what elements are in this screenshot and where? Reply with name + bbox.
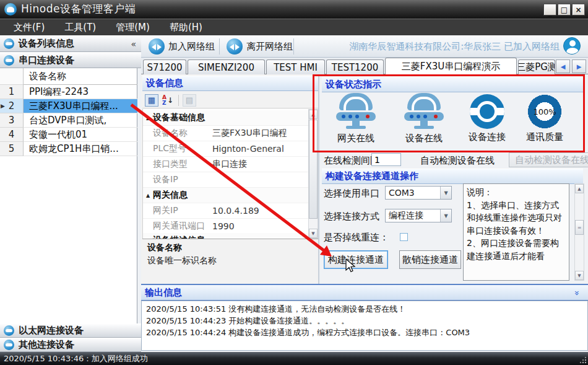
device-connect-icon [470,94,504,129]
channel-operation-header: 构建设备连接通道操作 [322,169,583,184]
property-grid-scrollbar[interactable]: ▲ ▼ [308,109,318,239]
auto-detect-button: 自动检测设备在线 [509,152,588,167]
instruction-note: 说明： 1、选择串口、连接方式和掉线重连操作选项只对串口连接设备有效！ 2、网口… [463,183,569,281]
chevron-left-icon: ◀ [561,63,566,70]
chevron-right-icon: ▶ [577,63,582,70]
ethernet-devices-icon [4,325,14,336]
close-button[interactable]: × [572,4,585,15]
destroy-channel-button[interactable]: 散销连接通道 [399,250,461,269]
note-scrollbar[interactable]: ▲ ≡ ▼ [574,183,584,281]
scrollbar-thumb[interactable] [309,120,318,219]
device-name-column-header[interactable]: 设备名称 [24,68,137,85]
device-online-icon [404,93,444,130]
device-list-icon [4,38,14,49]
resize-grip[interactable] [579,356,587,364]
sidebar-collapse-icon[interactable]: « [131,39,136,49]
selected-property-description: 设备唯一标识名称 [147,255,313,266]
device-online-indicator: 设备在线 [394,93,454,144]
serial-select-label: 选择使用串口 [324,188,379,200]
collapse-triangle-icon: ▲ [143,193,153,198]
minimize-button[interactable]: _ [543,4,556,15]
maximize-button[interactable]: □ [558,4,571,15]
menu-tools[interactable]: 工具(T) [54,19,106,35]
tab-test1200[interactable]: TEST1200 [326,59,384,74]
property-row-gateway-ip[interactable]: 网关IP 10.0.4.189 [143,203,308,219]
output-info-header: 输出信息 « [141,284,588,301]
device-row-3[interactable]: 3 台达DVP串口测试, [0,113,137,128]
company-status-text: 湖南华辰智通科技有限公司:华辰张三 已加入网络组 [349,41,560,53]
device-list-panel-header[interactable]: 设备列表信息 « [0,35,141,52]
tab-scroll-left-button[interactable]: ◀ [556,59,570,73]
scrollbar-thumb[interactable]: ≡ [575,220,584,235]
scroll-up-icon[interactable]: ▲ [309,110,318,119]
title-bar: Hinode设备管理客户端 _ □ × [0,0,588,19]
selected-property-title: 设备名称 [147,242,313,253]
category-basic-info[interactable]: ▲ 设备基础信息 [143,110,308,126]
tab-s71200[interactable]: S71200 [143,59,186,74]
toolbar-separator [219,38,220,55]
device-row-2-selected[interactable]: ▶2 三菱FX3U串口编程... [0,99,137,113]
log-line: 2020/5/15 10:43:51 没有构建连接通道，无法自动检测设备是否在线… [146,303,583,315]
chevron-down-icon[interactable]: ▼ [440,209,451,222]
tab-mitsubishi-pg[interactable]: 三菱PG测 [518,59,555,74]
log-line: 2020/5/15 10:44:24 构建设备连接通道成功，编程方式连接串口设备… [146,327,583,338]
property-row-gateway-port[interactable]: 网关通讯端口 1990 [143,219,308,234]
device-tab-bar: S71200 SIMENZI200 TEST HMI TEST1200 三菱FX… [141,58,588,74]
menu-help[interactable]: 帮助(H) [160,19,212,35]
gateway-online-indicator: 网关在线 [326,93,386,144]
serial-port-combobox[interactable]: COM3 ▼ [385,186,452,200]
device-row-1[interactable]: 1 PPI编程-2243 [0,85,137,99]
device-connect-indicator: 设备连接 [457,93,517,143]
serial-devices-section-header[interactable]: 串口连接设备 [0,52,141,68]
menu-manage[interactable]: 管理(M) [106,19,160,35]
category-gateway-info[interactable]: ▲ 网关信息 [143,188,308,203]
leave-network-icon [227,38,243,55]
property-row-device-name[interactable]: 设备名称 三菱FX3U串口编程 [143,126,308,141]
scroll-down-icon[interactable]: ▼ [575,271,584,280]
join-network-group-button[interactable]: 加入网络组 [144,38,220,55]
other-devices-icon [4,340,14,350]
property-description-box: 设备名称 设备唯一标识名称 [142,239,318,283]
categorized-view-icon[interactable]: ▦ [145,94,158,107]
toolbar-separator [293,38,294,55]
property-row-plc-model[interactable]: PLC型号 Hignton-General [143,141,308,157]
property-grid: ▲ 设备基础信息 设备名称 三菱FX3U串口编程 PLC型号 Hignton-G… [142,109,308,239]
property-row-interface-type[interactable]: 接口类型 串口连接 [143,157,308,172]
tab-scroll-right-button[interactable]: ▶ [572,59,586,73]
device-table-header-row: 设备名称 [0,68,137,85]
chevron-down-icon[interactable]: ▼ [440,187,451,199]
status-bar-text: 2020/5/15 10:43:46 : 加入网络组成功 [4,353,148,364]
scroll-up-icon[interactable]: ▲ [575,184,584,193]
device-row-4[interactable]: 4 安徽一代机01 [0,128,137,142]
device-table: 设备名称 1 PPI编程-2243 ▶2 三菱FX3U串口编程... 3 台达D… [0,68,137,323]
auto-detect-label: 自动检测设备在线 [420,155,495,167]
other-devices-section-header[interactable]: 其他连接设备 [0,338,141,352]
connect-mode-combobox[interactable]: 编程连接 ▼ [385,209,452,222]
reconnect-checkbox[interactable] [400,233,408,241]
device-info-header: 设备信息 [142,76,318,91]
menu-file[interactable]: 文件(F) [4,19,54,35]
tab-test-hmi[interactable]: TEST HMI [266,59,325,74]
alphabetical-sort-icon[interactable]: AZ ↓ [161,94,175,107]
user-avatar-icon[interactable] [563,37,581,55]
device-row-5[interactable]: 5 欧姆龙CP1H串口销... [0,142,137,156]
scroll-down-icon[interactable]: ▼ [309,229,318,238]
output-collapse-icon[interactable]: « [572,291,582,296]
property-grid-toolbar: ▦ AZ ↓ ▤ [142,92,318,108]
selected-row-marker-icon: ▶ [1,103,5,109]
status-indicator-header: 设备状态指示 [322,77,583,92]
output-log-area: 2020/5/15 10:43:51 没有构建连接通道，无法自动检测设备是否在线… [141,301,588,351]
category-device-description[interactable]: 设备描述信息 [143,233,308,239]
build-channel-button[interactable]: 构建连接通道 [324,250,388,269]
application-window: Hinode设备管理客户端 _ □ × 文件(F) 工具(T) 管理(M) 帮助… [0,0,588,365]
leave-network-group-button[interactable]: 离开网络组 [222,38,298,55]
interval-input[interactable] [371,153,401,166]
mode-select-label: 选择连接方式 [324,211,379,222]
status-bar: 2020/5/15 10:43:46 : 加入网络组成功 [0,352,588,365]
tab-simenzi200[interactable]: SIMENZI200 [188,59,265,74]
ethernet-devices-section-header[interactable]: 以太网连接设备 [0,323,141,338]
network-toolbar: 加入网络组 离开网络组 湖南华辰智通科技有限公司:华辰张三 已加入网络组 [141,35,588,58]
property-pages-icon: ▤ [183,94,196,107]
tab-mitsubishi-fx3u-active[interactable]: 三菱FX3U串口编程演示 [385,58,517,75]
property-row-device-ip[interactable]: 设备IP [143,172,308,188]
